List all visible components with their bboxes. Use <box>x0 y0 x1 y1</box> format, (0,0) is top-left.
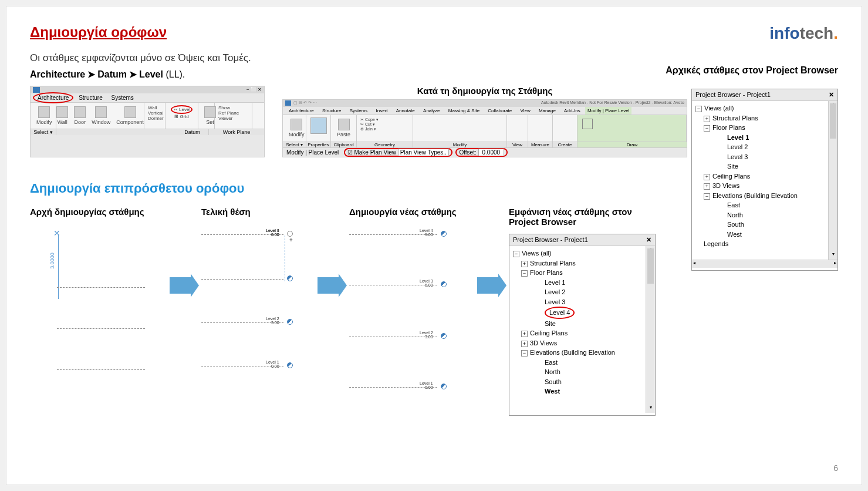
horizontal-scrollbar[interactable]: ◂▸ <box>692 260 837 268</box>
tab-architecture[interactable]: Architecture <box>33 92 73 103</box>
tab-insert[interactable]: Insert <box>373 107 391 115</box>
app-title: Autodesk Revit Meridian - Not For Resale… <box>541 100 684 106</box>
pb-tree[interactable]: −Views (all) +Structural Plans −Floor Pl… <box>509 246 646 413</box>
tab-systems[interactable]: Systems <box>108 93 137 102</box>
tree-structural-plans[interactable]: Structural Plans <box>530 260 576 267</box>
wall-button[interactable]: Wall <box>54 105 70 126</box>
expand-icon[interactable]: + <box>521 261 528 267</box>
collapse-icon[interactable]: − <box>521 270 528 277</box>
tree-site[interactable]: Site <box>513 319 642 329</box>
tree-level2[interactable]: Level 2 <box>695 142 825 152</box>
collapse-icon[interactable]: − <box>704 193 710 200</box>
tree-east[interactable]: East <box>695 200 825 210</box>
close-icon[interactable]: ✕ <box>646 236 651 244</box>
vertical-scrollbar[interactable]: ▴▾ <box>828 101 837 260</box>
tree-west[interactable]: West <box>695 230 825 240</box>
component-icon <box>124 106 136 118</box>
scroll-left-icon[interactable]: ◂ <box>693 260 695 268</box>
tree-level3[interactable]: Level 3 <box>695 152 825 162</box>
grid-button[interactable]: ⊞ Grid <box>169 114 194 119</box>
cope-button[interactable]: ✂ Cope ▾ <box>360 117 409 122</box>
collapse-icon[interactable]: − <box>704 125 710 132</box>
close-icon[interactable]: ✕ <box>829 91 834 99</box>
collapse-icon[interactable]: − <box>513 251 519 257</box>
tree-views-all[interactable]: Views (all) <box>522 250 552 257</box>
tab-addins[interactable]: Add-Ins <box>560 107 584 115</box>
paste-button[interactable]: Paste <box>335 117 353 139</box>
diagram-final: Level 49.00 + Level 36.00 Level 23.00 Le… <box>201 228 307 393</box>
pb-side-caption: Αρχικές στάθμες στον Project Browser <box>666 65 838 76</box>
tab-structure[interactable]: Structure <box>75 93 106 102</box>
tree-south[interactable]: South <box>695 220 825 230</box>
window-button[interactable]: Window <box>89 105 113 126</box>
tree-east[interactable]: East <box>513 358 642 368</box>
tree-west[interactable]: West <box>513 386 642 396</box>
modify-button[interactable]: Modify <box>34 105 55 126</box>
vertical-scrollbar[interactable]: ▴▾ <box>646 246 655 413</box>
tab-collaborate[interactable]: Collaborate <box>484 107 515 115</box>
expand-icon[interactable]: + <box>521 331 528 337</box>
tab-systems[interactable]: Systems <box>346 107 371 115</box>
level-marker-icon <box>287 362 293 368</box>
tree-elevations[interactable]: Elevations (Building Elevation <box>712 192 798 199</box>
tab-massing[interactable]: Massing & Site <box>445 107 483 115</box>
opening-wall-button[interactable]: Wall <box>148 105 161 110</box>
tree-level1[interactable]: Level 1 <box>513 278 642 288</box>
tree-ceiling-plans[interactable]: Ceiling Plans <box>712 173 750 180</box>
tree-views-all[interactable]: Views (all) <box>704 105 734 112</box>
scroll-right-icon[interactable]: ▸ <box>834 260 836 268</box>
project-browser-new: Project Browser - Project1 ✕ −Views (all… <box>509 234 656 416</box>
plan-view-types-button[interactable]: Plan View Types.. <box>398 149 449 156</box>
tab-modify-place-level[interactable]: Modify | Place Level <box>585 107 631 115</box>
tree-level1[interactable]: Level 1 <box>695 133 825 143</box>
collapse-icon[interactable]: − <box>695 106 702 112</box>
tab-analyze[interactable]: Analyze <box>420 107 443 115</box>
tree-3d-views[interactable]: 3D Views <box>530 339 557 347</box>
viewer-button[interactable]: Viewer <box>218 116 248 121</box>
offset-input[interactable]: 0.0000 <box>478 149 505 156</box>
opening-vertical-button[interactable]: Vertical <box>148 110 161 116</box>
scroll-thumb[interactable] <box>647 248 654 284</box>
properties-icon[interactable] <box>310 117 327 134</box>
level-button[interactable]: ↔ Level <box>171 105 192 114</box>
refplane-button[interactable]: Ref Plane <box>218 110 248 116</box>
door-button[interactable]: Door <box>72 105 88 126</box>
tab-view[interactable]: View <box>517 107 534 115</box>
tree-south[interactable]: South <box>513 377 642 387</box>
tree-floor-plans[interactable]: Floor Plans <box>712 124 745 131</box>
collapse-icon[interactable]: − <box>521 350 528 357</box>
tree-ceiling-plans[interactable]: Ceiling Plans <box>530 329 568 337</box>
expand-icon[interactable]: + <box>704 183 710 190</box>
tree-site[interactable]: Site <box>695 162 825 171</box>
opening-dormer-button[interactable]: Dormer <box>148 116 161 121</box>
make-plan-view-checkbox[interactable]: Make Plan View <box>354 149 396 156</box>
tree-north[interactable]: North <box>513 367 642 377</box>
component-button[interactable]: Component <box>114 105 146 126</box>
scroll-down-icon[interactable]: ▾ <box>646 405 655 413</box>
tree-legends[interactable]: Legends <box>695 239 825 249</box>
tree-level3[interactable]: Level 3 <box>513 297 642 307</box>
scroll-thumb[interactable] <box>830 103 836 139</box>
expand-icon[interactable]: + <box>704 174 710 180</box>
tab-annotate[interactable]: Annotate <box>393 107 418 115</box>
tab-manage[interactable]: Manage <box>535 107 559 115</box>
tree-level2[interactable]: Level 2 <box>513 287 642 297</box>
tree-structural-plans[interactable]: Structural Plans <box>712 115 758 122</box>
tab-architecture[interactable]: Architecture <box>285 107 318 115</box>
tree-3d-views[interactable]: 3D Views <box>712 182 739 189</box>
line-tool-icon[interactable] <box>582 119 593 129</box>
expand-icon[interactable]: + <box>521 341 528 347</box>
pb-tree[interactable]: −Views (all) +Structural Plans −Floor Pl… <box>692 101 828 260</box>
modify-button[interactable]: Modify <box>286 117 307 139</box>
join-button[interactable]: ⊕ Join ▾ <box>360 127 409 132</box>
tree-elevations[interactable]: Elevations (Building Elevation <box>530 349 615 356</box>
tree-floor-plans[interactable]: Floor Plans <box>530 269 563 276</box>
cut-button[interactable]: ✂ Cut ▾ <box>360 122 409 127</box>
tree-north[interactable]: North <box>695 210 825 220</box>
scroll-down-icon[interactable]: ▾ <box>829 251 837 260</box>
arrow-3 <box>477 277 498 294</box>
tree-level4-row[interactable]: Level 4 <box>513 307 642 319</box>
tab-structure[interactable]: Structure <box>319 107 345 115</box>
expand-icon[interactable]: + <box>704 116 710 122</box>
show-button[interactable]: Show <box>218 105 248 110</box>
